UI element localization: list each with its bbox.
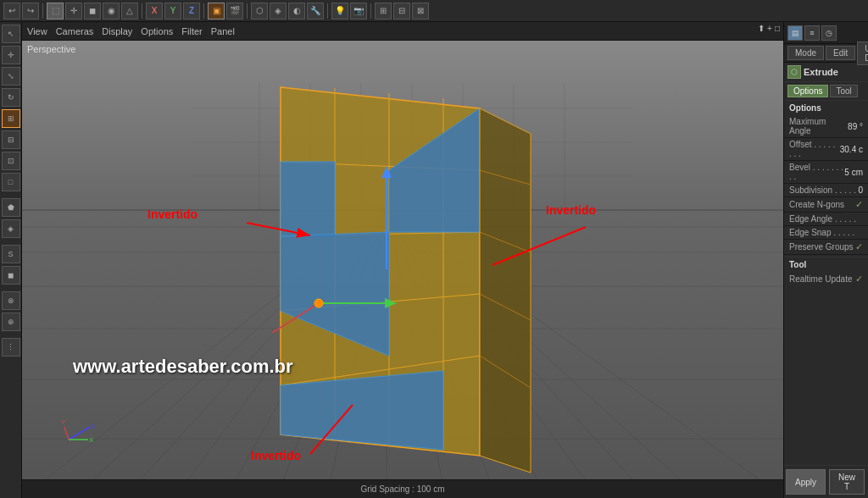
left-icon-group1[interactable]: ⊞ [2, 109, 20, 128]
corner-icon-3[interactable]: □ [775, 24, 780, 33]
option-label-ngons: Create N-gons [789, 200, 855, 209]
left-icon-rotate[interactable]: ↻ [2, 88, 20, 107]
subtab-options[interactable]: Options [787, 85, 828, 97]
viewport-statusbar: Grid Spacing : 100 cm [22, 479, 783, 498]
new-t-button[interactable]: New T [829, 469, 865, 495]
option-value-bevel: 5 cm [844, 168, 863, 177]
apply-button[interactable]: Apply [786, 469, 826, 495]
toolbar-icon-material[interactable]: ◐ [288, 3, 305, 19]
annotation-invertido-left: Invertido [147, 208, 198, 221]
left-icon-pointer[interactable]: ↖ [2, 25, 20, 43]
toolbar-icon-x[interactable]: X [146, 3, 163, 19]
left-icon-group2[interactable]: ⊟ [2, 130, 20, 149]
tool-label-realtime: Realtime Update [789, 274, 855, 284]
toolbar-sep-6 [370, 3, 371, 19]
panel-tab-userdata[interactable]: User Da [857, 42, 868, 65]
toolbar-icon-scene[interactable]: ⬡ [251, 3, 268, 19]
left-icon-separate1[interactable]: ⬟ [2, 198, 20, 217]
right-panel-header: ▤ ≡ ◷ [784, 22, 868, 44]
option-preserve-groups: Preserve Groups ✓ [784, 240, 868, 255]
left-icon-separate2[interactable]: ◈ [2, 219, 20, 238]
tool-row-realtime: Realtime Update ✓ [784, 272, 868, 286]
toolbar-icon-undo[interactable]: ↩ [3, 3, 20, 19]
toolbar-icon-snap[interactable]: ⊞ [375, 3, 392, 19]
option-label-preserve: Preserve Groups [789, 242, 855, 252]
toolbar-icon-anim[interactable]: 🔧 [307, 3, 324, 19]
left-icon-scale[interactable]: ⤡ [2, 67, 20, 86]
option-value-offset: 30.4 c [840, 145, 863, 154]
panel-tab-mode[interactable]: Mode [787, 46, 824, 60]
left-icon-move[interactable]: ✛ [2, 46, 20, 64]
viewport-menu-view[interactable]: View [27, 26, 47, 36]
right-panel-tabs: Mode Edit User Da [784, 44, 868, 63]
left-toolbar: ↖ ✛ ⤡ ↻ ⊞ ⊟ ⊡ □ ⬟ ◈ S ◼ ⊗ ⊕ ⋮ [0, 22, 22, 498]
option-label-edge-angle: Edge Angle . . . . . [789, 214, 863, 224]
panel-header-icon-attrib[interactable]: ≡ [804, 25, 820, 41]
option-label-subdivision: Subdivision . . . . . [789, 185, 858, 195]
viewport-area[interactable]: View Cameras Display Options Filter Pane… [22, 22, 783, 498]
viewport-menu-options[interactable]: Options [141, 26, 173, 36]
toolbar-icon-film[interactable]: 🎬 [226, 3, 243, 19]
toolbar-icon-cube[interactable]: ◼ [84, 3, 101, 19]
toolbar-sep-3 [203, 3, 204, 19]
viewport-menu-display[interactable]: Display [102, 26, 132, 36]
viewport-menu-filter[interactable]: Filter [181, 26, 202, 36]
option-label-edge-snap: Edge Snap . . . . . [789, 228, 863, 237]
viewport-canvas[interactable]: Perspective [22, 41, 783, 479]
toolbar-icon-circle[interactable]: ◉ [103, 3, 120, 19]
tool-section-title: Tool [784, 257, 868, 272]
toolbar-icon-y[interactable]: Y [164, 3, 181, 19]
svg-line-65 [69, 427, 90, 440]
viewport-menu-panel[interactable]: Panel [211, 26, 235, 36]
grid-spacing-label: Grid Spacing : 100 cm [361, 484, 445, 494]
left-icon-paint[interactable]: ◼ [2, 266, 20, 285]
main-layout: ↖ ✛ ⤡ ↻ ⊞ ⊟ ⊡ □ ⬟ ◈ S ◼ ⊗ ⊕ ⋮ View Camer… [0, 22, 868, 498]
toolbar-icons-left: ↩ ↪ ⬚ ✛ ◼ ◉ △ X Y Z ▣ 🎬 ⬡ ◈ ◐ 🔧 💡 📷 ⊞ ⊟ … [0, 3, 432, 19]
option-offset: Offset . . . . . . . . 30.4 c [784, 138, 868, 161]
option-label-offset: Offset . . . . . . . . [789, 140, 840, 158]
viewport-menu-cameras[interactable]: Cameras [56, 26, 94, 36]
left-icon-extra[interactable]: ⋮ [2, 338, 20, 357]
toolbar-icon-render[interactable]: ◈ [270, 3, 287, 19]
svg-text:Z: Z [91, 423, 95, 430]
toolbar-icon-redo[interactable]: ↪ [22, 3, 39, 19]
svg-point-54 [314, 299, 323, 307]
option-bevel: Bevel . . . . . . . . . 5 cm [784, 161, 868, 184]
annotation-invertido-right: Invertido [546, 203, 596, 217]
extrude-title: Extrude [804, 67, 838, 77]
toolbar-icon-move[interactable]: ✛ [65, 3, 82, 19]
toolbar-sep-5 [327, 3, 328, 19]
panel-header-icon-manager[interactable]: ▤ [787, 25, 803, 41]
toolbar-icon-cone[interactable]: △ [121, 3, 138, 19]
corner-icon-1[interactable]: ⬆ [758, 24, 765, 33]
axis-svg: Z X Y [56, 410, 98, 452]
toolbar-sep-4 [247, 3, 248, 19]
option-label-bevel: Bevel . . . . . . . . . [789, 163, 844, 181]
left-icon-group3[interactable]: ⊡ [2, 152, 20, 170]
panel-tab-edit[interactable]: Edit [826, 46, 855, 60]
left-icon-clone[interactable]: ⊕ [2, 313, 20, 331]
top-toolbar: ↩ ↪ ⬚ ✛ ◼ ◉ △ X Y Z ▣ 🎬 ⬡ ◈ ◐ 🔧 💡 📷 ⊞ ⊟ … [0, 0, 868, 22]
right-panel-buttons: Apply New T [784, 465, 868, 498]
option-value-subdivision: 0 [858, 185, 863, 195]
option-subdivision: Subdivision . . . . . 0 [784, 184, 868, 197]
toolbar-icon-cam[interactable]: 📷 [350, 3, 367, 19]
toolbar-icon-extra1[interactable]: ⊟ [393, 3, 410, 19]
panel-spacer [784, 286, 868, 465]
toolbar-icon-select[interactable]: ⬚ [47, 3, 64, 19]
toolbar-icon-extra2[interactable]: ⊠ [412, 3, 429, 19]
option-value-preserve: ✓ [855, 241, 863, 252]
left-icon-group4[interactable]: □ [2, 173, 20, 191]
toolbar-icon-mode-sel[interactable]: ▣ [208, 3, 225, 19]
left-icon-eraser[interactable]: ⊗ [2, 291, 20, 310]
toolbar-sep-2 [142, 3, 142, 19]
left-icon-brush[interactable]: S [2, 245, 20, 263]
annotation-invertido-bottom: Invertido [251, 449, 301, 462]
svg-marker-44 [480, 108, 531, 473]
subtab-tool[interactable]: Tool [830, 85, 857, 97]
panel-header-icon-anim[interactable]: ◷ [821, 25, 837, 41]
corner-icon-2[interactable]: + [767, 24, 772, 33]
toolbar-icon-light[interactable]: 💡 [331, 3, 348, 19]
extrude-icon: ⬡ [787, 65, 801, 79]
toolbar-icon-z[interactable]: Z [183, 3, 200, 19]
